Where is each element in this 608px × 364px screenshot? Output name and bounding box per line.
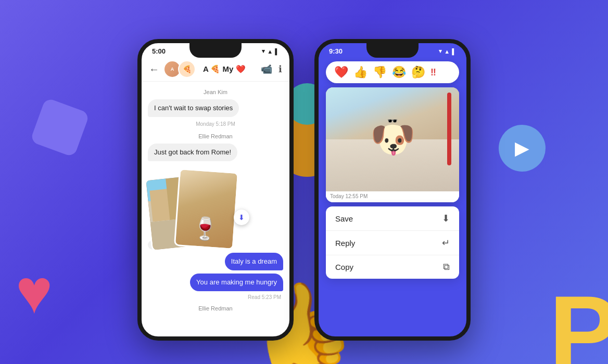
photo-front: 🍷 <box>174 168 239 251</box>
react-laugh[interactable]: 😂 <box>392 66 406 79</box>
context-menu: Save ⬇ Reply ↵ Copy ⧉ <box>326 206 459 279</box>
chat-header: ← A 🍕 A 🍕 My ❤️ 📹 ℹ <box>142 57 289 82</box>
react-thumbsdown[interactable]: 👎 <box>373 66 387 79</box>
photo-collage: 🍷 ⬇ <box>148 167 247 232</box>
react-exclaim[interactable]: ‼️ <box>430 67 436 78</box>
wifi-icon: ▾ <box>262 48 265 55</box>
phone2-status-icons: ▾ ▲ ▌ <box>439 48 456 55</box>
message-1: I can't wait to swap stories <box>148 99 239 117</box>
sender-jean-kim: Jean Kim <box>148 89 283 95</box>
scooter-post <box>447 93 451 165</box>
header-icons: 📹 ℹ <box>261 63 282 75</box>
chat-title: A 🍕 My ❤️ <box>203 64 246 74</box>
phones-container: 5:00 ▾ ▲ ▌ ← A 🍕 A 🍕 My ❤️ 📹 ℹ Jean Kim <box>0 0 608 364</box>
video-call-icon[interactable]: 📹 <box>261 63 272 75</box>
reply-icon: ↵ <box>442 237 450 249</box>
reply-label: Reply <box>335 239 355 248</box>
battery-icon: ▌ <box>275 48 279 55</box>
phone-2: 9:30 ▾ ▲ ▌ ❤️ 👍 👎 😂 🤔 ‼️ <box>314 39 471 341</box>
chat-body: Jean Kim I can't wait to swap stories Mo… <box>142 82 289 318</box>
timestamp-monday: Monday 5:18 PM <box>148 121 283 127</box>
react-thumbsup[interactable]: 👍 <box>353 66 368 79</box>
dog-photo-timestamp: Today 12:55 PM <box>326 191 459 202</box>
save-icon: ⬇ <box>442 213 450 224</box>
wifi-icon-2: ▾ <box>439 48 442 55</box>
dog-photo: 🐶 🕶️ <box>326 87 459 191</box>
signal-icon-2: ▲ <box>444 48 450 55</box>
read-timestamp: Read 5:23 PM <box>148 294 281 300</box>
back-button[interactable]: ← <box>149 63 159 75</box>
copy-label: Copy <box>335 263 353 271</box>
phone1-notch <box>189 43 242 58</box>
phone1-status-icons: ▾ ▲ ▌ <box>262 48 279 55</box>
download-button[interactable]: ⬇ <box>234 210 249 225</box>
sunglasses-overlay: 🕶️ <box>387 116 398 126</box>
battery-icon-2: ▌ <box>452 48 456 55</box>
sender-ellie-redman-1: Ellie Redman <box>148 133 283 139</box>
react-think[interactable]: 🤔 <box>411 66 425 79</box>
save-label: Save <box>335 214 353 223</box>
message-italy: Italy is a dream <box>225 253 283 270</box>
info-icon[interactable]: ℹ <box>278 63 282 75</box>
dog-photo-area: 🐶 🕶️ <box>326 87 459 191</box>
dog-photo-card: 🐶 🕶️ Today 12:55 PM <box>326 87 459 202</box>
context-save[interactable]: Save ⬇ <box>326 206 459 231</box>
phone2-time: 9:30 <box>329 47 343 55</box>
phone2-body: ❤️ 👍 👎 😂 🤔 ‼️ 🐶 <box>319 57 466 319</box>
avatar-emoji1: 🍕 <box>178 60 196 78</box>
message-hungry: You are making me hungry <box>190 274 283 291</box>
phone-1: 5:00 ▾ ▲ ▌ ← A 🍕 A 🍕 My ❤️ 📹 ℹ Jean Kim <box>137 39 294 341</box>
phone2-notch <box>366 43 419 58</box>
reaction-bar: ❤️ 👍 👎 😂 🤔 ‼️ <box>326 61 459 83</box>
copy-icon: ⧉ <box>443 262 450 272</box>
avatar-group: A 🍕 <box>163 60 196 78</box>
message-2: Just got back from Rome! <box>148 144 237 161</box>
signal-icon: ▲ <box>267 48 273 55</box>
context-reply[interactable]: Reply ↵ <box>326 231 459 255</box>
drink-emoji: 🍷 <box>191 215 219 243</box>
context-copy[interactable]: Copy ⧉ <box>326 255 459 279</box>
sender-ellie-redman-2: Ellie Redman <box>148 305 283 311</box>
phone1-time: 5:00 <box>152 47 166 55</box>
react-heart[interactable]: ❤️ <box>334 66 348 79</box>
